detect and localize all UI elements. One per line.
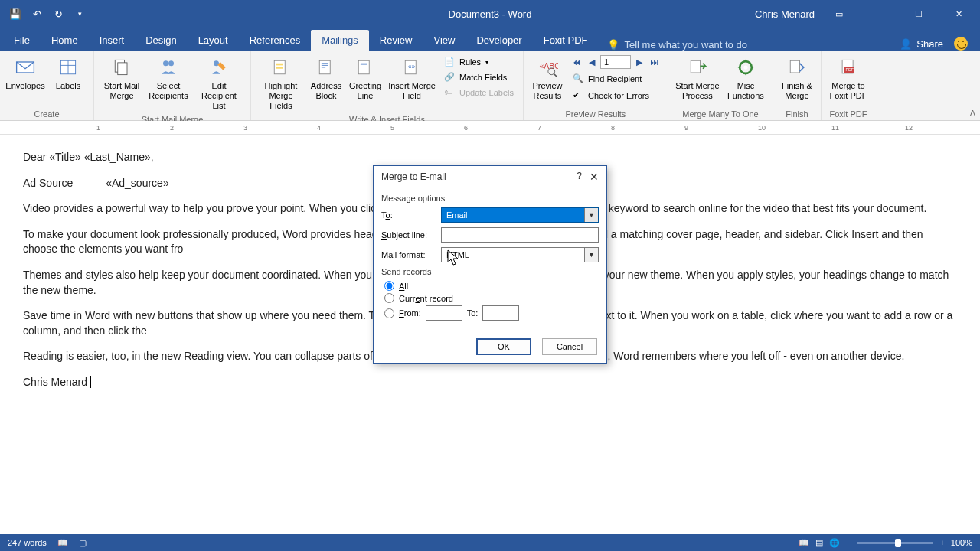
to-combobox[interactable]: Email ▼ [441,207,599,223]
user-name[interactable]: Chris Menard [755,8,815,20]
ok-button[interactable]: OK [476,338,531,355]
select-recipients-button[interactable]: Select Recipients [146,54,191,103]
ruler-tick: 8 [611,124,615,132]
dialog-title-bar[interactable]: Merge to E-mail ? ✕ [374,166,606,187]
update-labels-button: 🏷Update Labels [441,86,517,99]
finish-merge-button[interactable]: Finish & Merge [778,54,816,103]
tab-references[interactable]: References [239,30,311,51]
tab-developer[interactable]: Developer [466,30,532,51]
horizontal-ruler[interactable]: 1 2 3 4 5 6 7 8 9 10 11 12 [0,121,980,135]
send-records-label: Send records [381,267,599,276]
macro-recording-icon[interactable]: ▢ [79,538,87,548]
customize-qat-icon[interactable]: ▾ [70,5,89,23]
preview-results-button[interactable]: «ABC» Preview Results [528,54,567,103]
group-foxit-pdf: PDF Merge to Foxit PDF Foxit PDF [822,51,875,120]
tab-file[interactable]: File [3,30,41,51]
svg-rect-12 [276,67,283,69]
ruler-tick: 10 [758,124,766,132]
insert-merge-field-button[interactable]: «» Insert Merge Field [386,54,438,103]
send-current-radio-row[interactable]: Current record [384,293,599,303]
redo-icon[interactable]: ↻ [49,5,67,23]
merge-to-foxit-pdf-button[interactable]: PDF Merge to Foxit PDF [826,54,871,103]
maximize-icon[interactable]: ☐ [903,5,934,22]
edit-recipient-list-button[interactable]: Edit Recipient List [192,54,246,113]
to-input[interactable] [482,305,519,321]
tab-review[interactable]: Review [369,30,423,51]
zoom-level[interactable]: 100% [951,538,972,547]
close-window-icon[interactable]: ✕ [943,5,974,22]
minimize-icon[interactable]: ― [864,5,894,22]
zoom-in-icon[interactable]: + [939,538,944,547]
text-cursor [87,376,91,388]
print-layout-icon[interactable]: ▤ [815,538,823,548]
group-create: Envelopes Labels Create [0,51,94,120]
feedback-smiley-icon[interactable] [954,37,968,51]
tab-insert[interactable]: Insert [89,30,136,51]
preview-results-label: Preview Results [532,81,562,101]
svg-point-8 [168,60,174,66]
tab-foxit-pdf[interactable]: Foxit PDF [533,30,599,51]
tab-layout[interactable]: Layout [188,30,239,51]
merge-to-email-dialog: Merge to E-mail ? ✕ Message options To: … [373,165,607,364]
chevron-down-icon[interactable]: ▼ [584,208,598,222]
spell-check-icon[interactable]: 📖 [57,538,68,548]
start-merge-process-button[interactable]: Start Merge Process [673,54,722,103]
find-recipient-button[interactable]: 🔍Find Recipient [570,72,662,86]
tab-design[interactable]: Design [135,30,187,51]
greeting-line-button[interactable]: Greeting Line [346,54,384,103]
ruler-tick: 11 [831,124,839,132]
misc-functions-button[interactable]: Misc Functions [724,54,768,103]
send-all-radio-row[interactable]: All [384,281,599,291]
collapse-ribbon-icon[interactable]: ᐱ [970,109,975,117]
first-record-icon[interactable]: ⏮ [570,55,583,69]
word-count[interactable]: 247 words [8,538,47,547]
group-write-insert-fields: Highlight Merge Fields Address Block Gre… [251,51,524,120]
rules-label: Rules [459,57,481,67]
prev-record-icon[interactable]: ◀ [585,55,599,69]
web-layout-icon[interactable]: 🌐 [829,538,840,548]
match-fields-button[interactable]: 🔗Match Fields [441,70,517,84]
insert-merge-field-label: Insert Merge Field [388,81,436,101]
subject-line-input[interactable] [441,227,599,243]
cancel-button[interactable]: Cancel [542,338,597,355]
read-mode-icon[interactable]: 📖 [799,538,809,548]
from-radio[interactable] [384,308,394,318]
envelopes-button[interactable]: Envelopes [5,54,46,93]
last-record-icon[interactable]: ⏭ [648,55,662,69]
tell-me-search[interactable]: 💡 Tell me what you want to do [607,39,746,51]
ribbon-display-icon[interactable]: ▭ [824,5,854,22]
undo-icon[interactable]: ↶ [28,5,46,23]
from-input[interactable] [426,305,462,321]
address-block-icon [314,55,338,80]
tab-mailings[interactable]: Mailings [311,30,369,51]
all-radio[interactable] [384,281,394,291]
mail-format-combobox[interactable]: HTML ▼ [441,247,599,262]
labels-button[interactable]: Labels [47,54,89,93]
address-block-button[interactable]: Address Block [308,54,345,103]
group-finish: Finish & Merge Finish [773,51,822,120]
rules-button[interactable]: 📄Rules ▾ [441,55,517,69]
start-mail-merge-button[interactable]: Start Mail Merge [99,54,145,103]
zoom-out-icon[interactable]: − [846,538,851,547]
dialog-help-icon[interactable]: ? [577,171,582,183]
check-errors-button[interactable]: ✔Check for Errors [570,89,662,103]
title-bar: 💾 ↶ ↻ ▾ Document3 - Word Chris Menard ▭ … [0,0,980,28]
zoom-slider[interactable] [857,542,933,544]
highlight-merge-fields-button[interactable]: Highlight Merge Fields [256,54,306,113]
tab-home[interactable]: Home [41,30,89,51]
doc-paragraph: Chris Menard [23,375,957,390]
record-number-input[interactable] [600,55,631,69]
group-preview-label: Preview Results [528,108,663,119]
ruler-tick: 5 [390,124,394,132]
select-recipients-icon [156,55,181,80]
next-record-icon[interactable]: ▶ [632,55,646,69]
start-merge-process-icon [685,55,710,80]
ruler-tick: 12 [905,124,913,132]
dialog-close-icon[interactable]: ✕ [590,171,599,183]
share-button[interactable]: 👤 Share [900,38,943,50]
save-icon[interactable]: 💾 [6,5,24,23]
chevron-down-icon[interactable]: ▼ [584,248,598,262]
send-from-to-radio-row[interactable]: From: To: [384,305,599,321]
tab-view[interactable]: View [423,30,466,51]
current-record-radio[interactable] [384,293,394,303]
